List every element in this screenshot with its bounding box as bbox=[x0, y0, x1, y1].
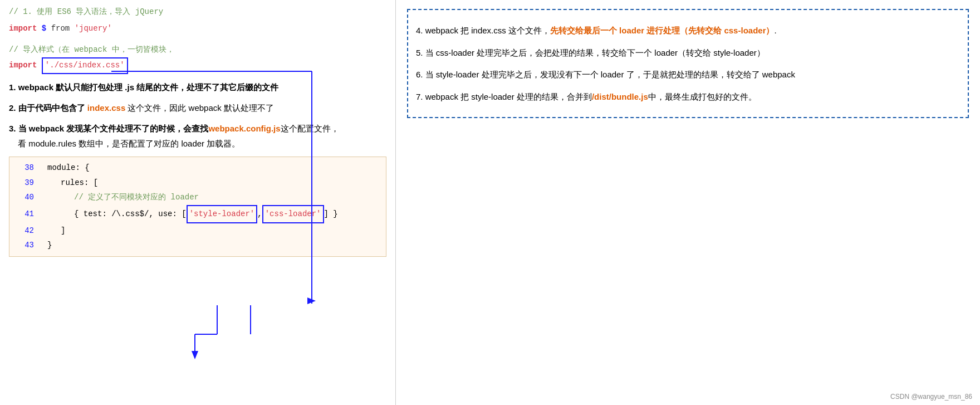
import-path-1: 'jquery' bbox=[75, 24, 112, 33]
point-2: 2. 由于代码中包含了 index.css 这个文件，因此 webpack 默认… bbox=[9, 100, 386, 115]
point-1-text: 1. webpack 默认只能打包处理 .js 结尾的文件，处理不了其它后缀的文… bbox=[9, 82, 278, 92]
style-loader-text: 'style-loader' bbox=[189, 209, 255, 218]
style-loader-box: 'style-loader' bbox=[187, 205, 258, 223]
webpack-config-highlight: webpack.config.js bbox=[208, 124, 280, 133]
code-comment-1: // 1. 使用 ES6 导入语法，导入 jQuery bbox=[9, 6, 386, 19]
config-line-39: 39 rules: [ bbox=[9, 175, 386, 191]
config-code-block: 38 module: { 39 rules: [ 40 // 定义了不同模块对应… bbox=[9, 157, 386, 257]
item7-highlight: /dist/bundle.js bbox=[592, 92, 648, 101]
right-item-5: 5. 当 css-loader 处理完毕之后，会把处理的结果，转交给下一个 lo… bbox=[416, 46, 960, 60]
import-css-path-box: './css/index.css' bbox=[42, 57, 128, 74]
index-css-highlight: index.css bbox=[87, 103, 125, 113]
point-1: 1. webpack 默认只能打包处理 .js 结尾的文件，处理不了其它后缀的文… bbox=[9, 80, 386, 95]
css-loader-text: 'css-loader' bbox=[265, 209, 321, 218]
left-panel: // 1. 使用 ES6 导入语法，导入 jQuery import $ fro… bbox=[0, 0, 395, 405]
code-comment-2: // 导入样式（在 webpack 中，一切皆模块， bbox=[9, 43, 386, 57]
import-keyword-2: import bbox=[9, 61, 37, 70]
svg-marker-6 bbox=[192, 351, 198, 359]
config-line-43: 43 } bbox=[9, 238, 386, 253]
right-item-6: 6. 当 style-loader 处理完毕之后，发现没有下一个 loader … bbox=[416, 67, 960, 82]
right-panel: 4. webpack 把 index.css 这个文件，先转交给最后一个 loa… bbox=[395, 0, 980, 405]
config-line-38: 38 module: { bbox=[9, 160, 386, 175]
import-css-path: './css/index.css' bbox=[45, 61, 125, 70]
config-line-42: 42 ] bbox=[9, 223, 386, 238]
code-top-block: // 1. 使用 ES6 导入语法，导入 jQuery import $ fro… bbox=[9, 6, 386, 74]
config-line-40: 40 // 定义了不同模块对应的 loader bbox=[9, 190, 386, 205]
watermark: CSDN @wangyue_msn_86 bbox=[890, 393, 972, 401]
config-line-41: 41 { test: /\.css$/, use: [ 'style-loade… bbox=[9, 205, 386, 223]
item4-highlight: 先转交给最后一个 loader 进行处理（先转交给 css-loader） bbox=[550, 26, 775, 35]
import-var: $ bbox=[42, 24, 46, 33]
point-3: 3. 当 webpack 发现某个文件处理不了的时候，会查找webpack.co… bbox=[9, 121, 386, 151]
import-keyword-1: import bbox=[9, 24, 37, 33]
svg-marker-7 bbox=[307, 297, 316, 304]
right-item-4: 4. webpack 把 index.css 这个文件，先转交给最后一个 loa… bbox=[416, 23, 960, 38]
css-loader-box: 'css-loader' bbox=[262, 205, 324, 223]
from-keyword-1: from bbox=[51, 24, 70, 33]
right-item-7: 7. webpack 把 style-loader 处理的结果，合并到/dist… bbox=[416, 90, 960, 104]
right-dashed-box: 4. webpack 把 index.css 这个文件，先转交给最后一个 loa… bbox=[407, 9, 969, 118]
